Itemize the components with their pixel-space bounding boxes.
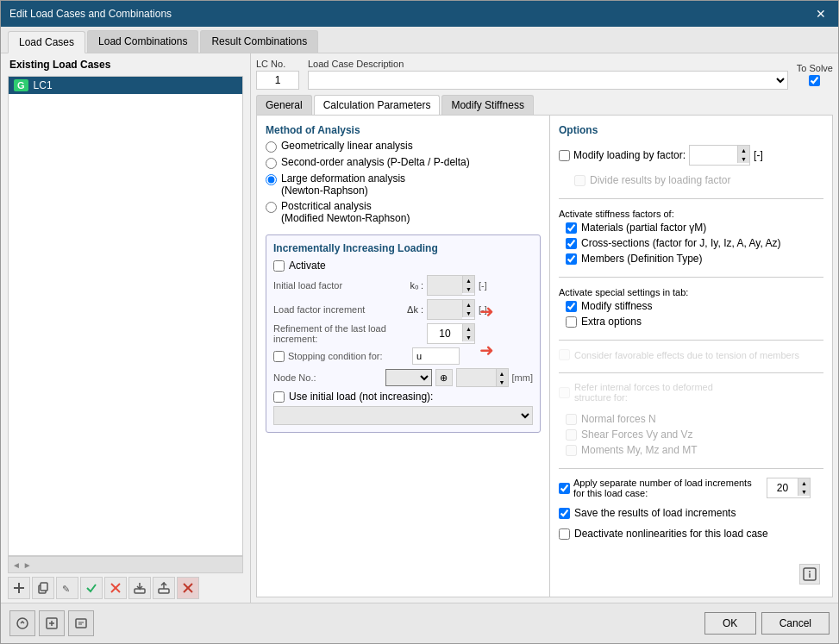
radio-geo-linear-label: Geometrically linear analysis xyxy=(281,140,413,152)
right-content: Options Modify loading by factor: ▲ ▼ xyxy=(550,116,832,597)
materials-label: Materials (partial factor γM) xyxy=(581,222,706,234)
options-title: Options xyxy=(559,124,823,136)
stopping-input[interactable] xyxy=(412,347,460,365)
radio-geo-linear-input[interactable] xyxy=(266,141,277,153)
tab-modify-stiffness[interactable]: Modify Stiffness xyxy=(441,95,533,115)
normal-forces-checkbox[interactable] xyxy=(566,414,577,425)
node-no-label: Node No.: xyxy=(273,372,382,383)
lc-no-input[interactable] xyxy=(256,71,299,90)
bottom-btn-2[interactable] xyxy=(39,610,65,636)
members-checkbox[interactable] xyxy=(566,253,577,265)
save-results-checkbox[interactable] xyxy=(559,508,570,519)
toolbar-import-btn[interactable] xyxy=(128,577,151,599)
lf-increment-down[interactable]: ▼ xyxy=(463,309,474,317)
shear-forces-checkbox[interactable] xyxy=(566,429,577,441)
activate-label: Activate xyxy=(289,259,326,272)
refer-internal-checkbox[interactable] xyxy=(559,387,570,398)
to-solve-checkbox[interactable] xyxy=(809,75,820,86)
method-section: Method of Analysis Geometrically linear … xyxy=(266,124,541,228)
node-no-select[interactable] xyxy=(385,369,432,386)
tab-result-combinations[interactable]: Result Combinations xyxy=(200,30,318,53)
internal-forces-group: Normal forces N Shear Forces Vy and Vz M… xyxy=(566,413,823,460)
apply-separate-checkbox[interactable] xyxy=(559,483,570,494)
radio-second-order-input[interactable] xyxy=(266,158,277,169)
materials-checkbox[interactable] xyxy=(566,222,577,234)
divider3 xyxy=(559,340,823,341)
activate-checkbox[interactable] xyxy=(273,260,285,272)
save-results-label: Save the results of load increments xyxy=(574,507,736,519)
bottom-btn-1[interactable] xyxy=(9,610,35,636)
bottom-btn-3[interactable] xyxy=(68,610,94,636)
initial-load-spin: ▲ ▼ xyxy=(427,275,475,296)
refinement-down[interactable]: ▼ xyxy=(463,333,474,341)
tab-load-combinations[interactable]: Load Combinations xyxy=(87,30,198,53)
modify-loading-arrows: ▲ ▼ xyxy=(737,146,749,163)
node-value-up[interactable]: ▲ xyxy=(497,369,508,378)
apply-separate-row: Apply separate number of load increments… xyxy=(559,478,823,498)
moments-checkbox[interactable] xyxy=(566,445,577,456)
cancel-button[interactable]: Cancel xyxy=(761,612,830,635)
ok-button[interactable]: OK xyxy=(704,612,756,635)
modify-stiffness-checkbox[interactable] xyxy=(566,301,577,312)
stopping-checkbox[interactable] xyxy=(273,351,285,362)
node-value-input[interactable] xyxy=(457,369,496,386)
special-settings-group: Modify stiffness Extra options xyxy=(566,300,823,328)
svg-rect-9 xyxy=(159,589,169,593)
load-cases-list[interactable]: G LC1 xyxy=(8,76,243,556)
consider-favorable-label: Consider favorable effects due to tensio… xyxy=(574,350,799,360)
toolbar-rename-btn[interactable]: ✎ xyxy=(56,577,78,599)
node-pick-btn[interactable]: ⊕ xyxy=(435,369,453,386)
tab-general[interactable]: General xyxy=(256,95,312,115)
load-factor-increment-row: Load factor increment Δk : ▲ ▼ [-] xyxy=(273,299,533,320)
main-tab-bar: Load Cases Load Combinations Result Comb… xyxy=(1,27,838,53)
node-value-down[interactable]: ▼ xyxy=(497,378,508,386)
initial-load-down[interactable]: ▼ xyxy=(463,284,474,293)
modify-loading-checkbox[interactable] xyxy=(559,150,570,161)
close-button[interactable]: ✕ xyxy=(812,5,830,22)
toolbar-delete-btn[interactable] xyxy=(177,577,199,599)
consider-favorable-row: Consider favorable effects due to tensio… xyxy=(559,349,823,360)
toolbar-uncheck-btn[interactable] xyxy=(104,577,127,599)
initial-load-up[interactable]: ▲ xyxy=(463,276,474,284)
refinement-input[interactable] xyxy=(428,324,462,343)
apply-separate-input[interactable] xyxy=(767,478,798,497)
modify-loading-down[interactable]: ▼ xyxy=(738,154,749,163)
corner-info-btn[interactable] xyxy=(799,564,820,585)
lc-desc-dropdown[interactable] xyxy=(308,71,788,90)
load-case-item[interactable]: G LC1 xyxy=(9,77,242,94)
deactivate-checkbox[interactable] xyxy=(559,528,570,540)
toolbar-export-btn[interactable] xyxy=(153,577,175,599)
toolbar-copy-btn[interactable] xyxy=(32,577,54,599)
lf-increment-input[interactable] xyxy=(428,300,462,319)
radio-large-deformation-input[interactable] xyxy=(266,174,277,185)
scrollbar-area[interactable]: ◄ ► xyxy=(8,556,243,573)
tab-load-cases[interactable]: Load Cases xyxy=(8,31,85,53)
toolbar-add-btn[interactable] xyxy=(8,577,30,599)
modify-loading-label: Modify loading by factor: xyxy=(573,149,686,161)
refinement-up[interactable]: ▲ xyxy=(463,324,474,333)
tab-calculation-parameters[interactable]: Calculation Parameters xyxy=(314,95,441,115)
divider2 xyxy=(559,277,823,278)
modify-loading-up[interactable]: ▲ xyxy=(738,146,749,154)
incrementally-title: Incrementally Increasing Loading xyxy=(273,242,533,254)
initial-load-input[interactable] xyxy=(428,276,462,295)
cross-sections-checkbox[interactable] xyxy=(566,238,577,249)
lf-increment-symbol: Δk : xyxy=(398,304,423,315)
divide-results-checkbox[interactable] xyxy=(574,175,585,186)
consider-favorable-checkbox[interactable] xyxy=(559,349,570,360)
lf-increment-up[interactable]: ▲ xyxy=(463,300,474,309)
radio-postcritical-input[interactable] xyxy=(266,202,277,213)
divide-results-label: Divide results by loading factor xyxy=(590,174,730,186)
svg-point-15 xyxy=(17,618,28,628)
toolbar-check-btn[interactable] xyxy=(80,577,103,599)
apply-separate-down[interactable]: ▼ xyxy=(798,487,810,496)
use-initial-checkbox[interactable] xyxy=(273,391,285,403)
scrollbar[interactable]: ◄ ► xyxy=(9,560,32,570)
apply-separate-up[interactable]: ▲ xyxy=(798,478,810,487)
lc-header: LC No. Load Case Description To Solve xyxy=(256,59,833,90)
extra-options-checkbox[interactable] xyxy=(566,316,577,328)
dialog-title: Edit Load Cases and Combinations xyxy=(9,8,172,20)
use-initial-dropdown[interactable] xyxy=(273,406,533,425)
modify-loading-input[interactable] xyxy=(690,146,737,165)
radio-second-order: Second-order analysis (P-Delta / P-delta… xyxy=(266,156,541,169)
